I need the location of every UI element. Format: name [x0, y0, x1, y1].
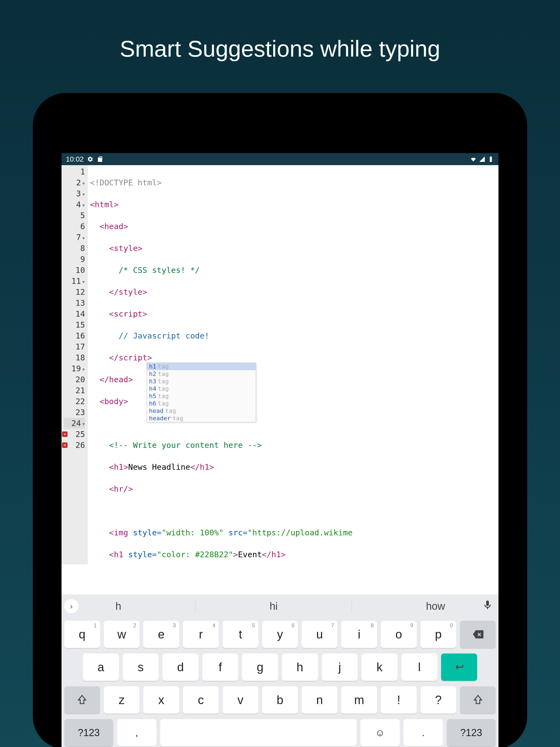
key-m[interactable]: m [341, 686, 377, 714]
line-number: 23 [64, 407, 85, 418]
period-key[interactable]: . [404, 719, 443, 746]
autocomplete-item[interactable]: h6tag [147, 400, 256, 407]
key-n[interactable]: n [302, 686, 337, 714]
fold-toggle-icon[interactable]: ▾ [82, 277, 85, 287]
line-number: ✕26 [64, 440, 85, 450]
autocomplete-item[interactable]: h2tag [147, 370, 256, 378]
line-number: 10 [64, 265, 85, 276]
autocomplete-item[interactable]: h1tag [147, 363, 256, 370]
divider [195, 600, 196, 613]
key-?[interactable]: ? [421, 686, 456, 714]
backspace-key[interactable] [460, 621, 496, 648]
key-i[interactable]: i8 [341, 621, 377, 648]
key-j[interactable]: j [322, 653, 358, 681]
device-frame: 10:02 12▾3▾4▾567▾891011▾1213141516171819… [33, 93, 527, 747]
line-number: 3▾ [64, 188, 85, 199]
code-token: <html> [90, 200, 119, 209]
keyboard-suggestion[interactable]: h [116, 600, 121, 612]
key-w[interactable]: w2 [104, 621, 140, 648]
emoji-key[interactable]: ☺ [360, 719, 400, 746]
key-e[interactable]: e3 [143, 621, 179, 648]
key-c[interactable]: c [183, 686, 219, 714]
autocomplete-item[interactable]: headertag [147, 414, 256, 422]
code-content[interactable]: <!DOCTYPE html> <html> <head> <style> /*… [88, 165, 499, 564]
key-f[interactable]: f [202, 653, 238, 681]
autocomplete-item[interactable]: h3tag [147, 378, 256, 385]
key-g[interactable]: g [242, 653, 278, 681]
chevron-right-icon[interactable]: › [64, 599, 78, 613]
autocomplete-item[interactable]: headtag [147, 407, 256, 414]
keyboard-suggestion-bar[interactable]: › h hi how [61, 594, 499, 618]
status-time: 10:02 [66, 155, 84, 163]
key-u[interactable]: u7 [302, 621, 337, 648]
key-a[interactable]: a [83, 653, 119, 681]
key-v[interactable]: v [223, 686, 258, 714]
code-token: <head> [100, 222, 128, 231]
key-z[interactable]: z [104, 686, 140, 714]
divider [352, 600, 352, 613]
symbols-key[interactable]: ?123 [64, 719, 113, 746]
error-icon: ✕ [62, 432, 68, 437]
key-![interactable]: ! [381, 686, 417, 714]
fold-toggle-icon[interactable]: ▾ [82, 364, 85, 375]
sd-card-icon [97, 156, 103, 162]
key-r[interactable]: r4 [183, 621, 219, 648]
line-number: 15 [64, 319, 85, 330]
key-s[interactable]: s [123, 653, 159, 681]
line-number: 19▾ [64, 363, 85, 374]
line-number: ✕25 [64, 429, 85, 440]
line-number: 4▾ [64, 199, 85, 210]
keyboard-suggestion[interactable]: how [426, 600, 445, 612]
key-p[interactable]: p0 [421, 621, 456, 648]
fold-toggle-icon[interactable]: ▾ [82, 233, 85, 243]
key-o[interactable]: o9 [381, 621, 417, 648]
code-token: <script> [109, 309, 147, 318]
enter-key[interactable] [441, 653, 477, 681]
line-number: 16 [64, 330, 85, 341]
space-key[interactable] [160, 719, 356, 746]
autocomplete-item[interactable]: h4tag [147, 385, 256, 392]
code-token: <body> [100, 397, 128, 406]
line-number: 21 [64, 385, 85, 396]
hero-title: Smart Suggestions while typing [0, 0, 560, 62]
key-l[interactable]: l [401, 653, 437, 681]
fold-toggle-icon[interactable]: ▾ [82, 178, 85, 189]
shift-key[interactable] [64, 686, 100, 714]
shift-key[interactable] [460, 686, 496, 714]
keyboard-suggestion[interactable]: hi [270, 600, 278, 612]
autocomplete-item[interactable]: h5tag [147, 392, 256, 400]
line-number: 18 [64, 352, 85, 363]
mic-icon[interactable] [482, 600, 499, 613]
code-editor[interactable]: 12▾3▾4▾567▾891011▾1213141516171819▾20212… [61, 165, 499, 564]
comma-key[interactable]: , [117, 719, 156, 746]
code-token: <!DOCTYPE html> [90, 178, 161, 187]
code-token: <style> [109, 243, 143, 253]
key-k[interactable]: k [361, 653, 398, 681]
fold-toggle-icon[interactable]: ▾ [82, 419, 85, 430]
key-b[interactable]: b [262, 686, 298, 714]
on-screen-keyboard[interactable]: › h hi how q1w2e3r4t5y6u7i8o9p0 asdfghjk… [61, 594, 499, 747]
battery-icon [487, 156, 494, 162]
autocomplete-popup[interactable]: h1tagh2tagh3tagh4tagh5tagh6tagheadtaghea… [147, 363, 256, 422]
key-d[interactable]: d [162, 653, 199, 681]
key-y[interactable]: y6 [262, 621, 298, 648]
key-h[interactable]: h [282, 653, 318, 681]
signal-icon [479, 156, 485, 162]
line-number: 9 [64, 254, 85, 265]
line-number: 17 [64, 341, 85, 352]
key-t[interactable]: t5 [223, 621, 258, 648]
code-token: </script> [109, 353, 152, 362]
fold-toggle-icon[interactable]: ▾ [82, 200, 85, 211]
line-number: 1 [64, 166, 85, 177]
screen: 10:02 12▾3▾4▾567▾891011▾1213141516171819… [61, 153, 499, 747]
symbols-key[interactable]: ?123 [447, 719, 496, 746]
key-x[interactable]: x [143, 686, 179, 714]
key-q[interactable]: q1 [64, 621, 100, 648]
code-token: <hr/> [109, 484, 133, 493]
line-number: 24▾ [64, 418, 85, 429]
code-token: </style> [109, 287, 147, 297]
code-token: </head> [100, 375, 133, 384]
fold-toggle-icon[interactable]: ▾ [82, 189, 85, 200]
line-number: 7▾ [64, 232, 85, 243]
line-number: 6 [64, 221, 85, 232]
